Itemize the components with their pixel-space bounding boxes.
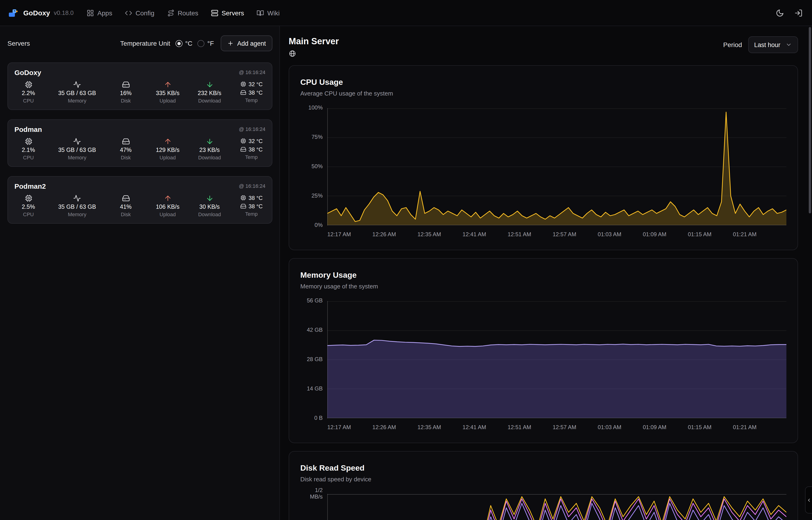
memory-stat: 35 GB / 63 GB Memory <box>58 81 96 103</box>
arrow-up-icon <box>164 81 172 88</box>
panel-collapse-tab[interactable] <box>805 487 812 514</box>
disk-value: 47% <box>120 147 132 153</box>
y-axis-tick-label: 1/2 MB/s <box>310 487 323 500</box>
y-axis-tick-label: 14 GB <box>307 386 323 392</box>
brand-title: GoDoxy <box>23 9 50 17</box>
x-axis-tick-label: 12:35 AM <box>417 231 441 238</box>
chevron-left-icon <box>806 497 811 502</box>
logout-button[interactable] <box>792 7 805 19</box>
server-name: Podman2 <box>15 182 46 190</box>
cpu-usage-card: CPU Usage Average CPU usage of the syste… <box>289 65 798 250</box>
globe-icon[interactable] <box>289 50 296 57</box>
x-axis-tick-label: 12:41 AM <box>463 231 486 238</box>
disk-value: 41% <box>120 204 132 210</box>
x-axis-tick-label: 01:15 AM <box>688 231 711 238</box>
download-value: 30 KB/s <box>199 204 220 210</box>
y-axis-tick-label: 56 GB <box>307 298 323 304</box>
nav-item-wiki[interactable]: Wiki <box>256 9 280 17</box>
arrow-up-icon <box>164 194 172 202</box>
upload-label: Upload <box>160 98 176 103</box>
server-card[interactable]: Podman2 @ 16:16:24 2.5% CPU 35 GB / 63 G… <box>7 176 272 224</box>
nav-item-routes[interactable]: Routes <box>167 9 198 17</box>
y-axis: 100%75%50%25%0% <box>300 108 327 226</box>
arrow-down-icon <box>205 81 214 88</box>
download-stat: 23 KB/s Download <box>197 137 222 160</box>
nav-label: Config <box>136 9 155 17</box>
y-axis-tick-label: 0 B <box>314 415 323 422</box>
memory-value: 35 GB / 63 GB <box>58 90 96 97</box>
disk-label: Disk <box>121 211 131 217</box>
add-agent-button[interactable]: Add agent <box>221 35 272 51</box>
chart-subtitle: Average CPU usage of the system <box>300 90 786 97</box>
y-axis: 1/2 MB/s <box>300 494 327 520</box>
temp-label: Temp <box>245 211 258 217</box>
download-stat: 232 KB/s Download <box>197 81 222 103</box>
hard-drive-icon <box>122 194 130 202</box>
arrow-down-icon <box>205 137 214 146</box>
disk-label: Disk <box>121 98 131 103</box>
disk-stat: 41% Disk <box>114 194 138 217</box>
cpu-temp-value: 32 °C <box>249 81 262 87</box>
cpu-label: CPU <box>23 155 34 160</box>
x-axis-tick-label: 12:26 AM <box>372 231 396 238</box>
cpu-usage-chart[interactable] <box>327 108 786 226</box>
period-select[interactable]: Last hour <box>748 36 798 53</box>
disk-temp-value: 38 °C <box>249 89 262 96</box>
fahrenheit-radio[interactable]: °F <box>198 40 214 47</box>
scrollbar[interactable] <box>809 27 811 213</box>
upload-label: Upload <box>160 211 176 217</box>
memory-usage-chart[interactable] <box>327 301 786 418</box>
cpu-temp-value: 32 °C <box>249 138 262 144</box>
y-axis-tick-label: 0% <box>314 222 323 229</box>
main-nav: Apps Config Routes Servers Wiki <box>87 9 280 17</box>
download-label: Download <box>198 211 221 217</box>
upload-value: 335 KB/s <box>156 90 179 97</box>
x-axis-tick-label: 12:35 AM <box>417 424 441 431</box>
x-axis-tick-label: 12:51 AM <box>507 424 531 431</box>
activity-icon <box>73 81 81 88</box>
x-axis-tick-label: 01:03 AM <box>598 231 621 238</box>
temp-label: Temp <box>245 154 258 160</box>
server-card[interactable]: GoDoxy @ 16:16:24 2.2% CPU 35 GB / 63 GB… <box>7 62 272 110</box>
cpu-label: CPU <box>23 98 34 103</box>
x-axis-tick-label: 12:57 AM <box>553 424 576 431</box>
chart-subtitle: Disk read speed by device <box>300 476 786 483</box>
celsius-radio[interactable]: °C <box>175 40 192 47</box>
version-label: v0.18.0 <box>54 9 74 16</box>
nav-item-servers[interactable]: Servers <box>211 9 244 17</box>
download-label: Download <box>198 155 221 160</box>
x-axis-tick-label: 12:57 AM <box>553 231 576 238</box>
x-axis-tick-label: 12:17 AM <box>327 231 351 238</box>
route-icon <box>167 9 174 17</box>
nav-item-apps[interactable]: Apps <box>87 9 112 17</box>
disk-temp-icon <box>240 203 246 209</box>
x-axis: 12:17 AM12:26 AM12:35 AM12:41 AM12:51 AM… <box>327 226 786 238</box>
activity-icon <box>73 194 81 202</box>
cpu-value: 2.2% <box>22 90 35 97</box>
disk-read-speed-chart[interactable] <box>327 494 786 520</box>
temperature-unit-group: Temperature Unit °C °F Add agent <box>120 35 272 51</box>
servers-sidebar: Servers Temperature Unit °C °F Add agent <box>0 26 280 520</box>
godoxy-app: GoDoxy v0.18.0 Apps Config Routes Server <box>0 0 812 520</box>
y-axis-tick-label: 75% <box>311 134 323 141</box>
x-axis: 12:17 AM12:26 AM12:35 AM12:41 AM12:51 AM… <box>327 418 786 431</box>
server-name: GoDoxy <box>15 69 41 76</box>
nav-item-config[interactable]: Config <box>125 9 155 17</box>
plus-icon <box>227 40 234 47</box>
navbar: GoDoxy v0.18.0 Apps Config Routes Server <box>0 0 812 26</box>
main-panel: Main Server Period Last hour CPU Usage A… <box>280 26 812 520</box>
server-card[interactable]: Podman @ 16:16:24 2.1% CPU 35 GB / 63 GB… <box>7 119 272 167</box>
x-axis-tick-label: 01:09 AM <box>643 424 666 431</box>
cpu-icon <box>24 137 32 146</box>
upload-value: 129 KB/s <box>156 147 179 153</box>
x-axis-tick-label: 01:03 AM <box>598 424 621 431</box>
y-axis-tick-label: 28 GB <box>307 357 323 363</box>
cpu-value: 2.1% <box>22 147 35 153</box>
download-label: Download <box>198 98 221 103</box>
y-axis-tick-label: 100% <box>308 105 323 111</box>
memory-label: Memory <box>68 155 86 160</box>
theme-toggle-button[interactable] <box>774 7 786 19</box>
disk-temp-value: 38 °C <box>249 146 262 153</box>
cpu-stat: 2.5% CPU <box>16 194 40 217</box>
download-stat: 30 KB/s Download <box>197 194 222 217</box>
